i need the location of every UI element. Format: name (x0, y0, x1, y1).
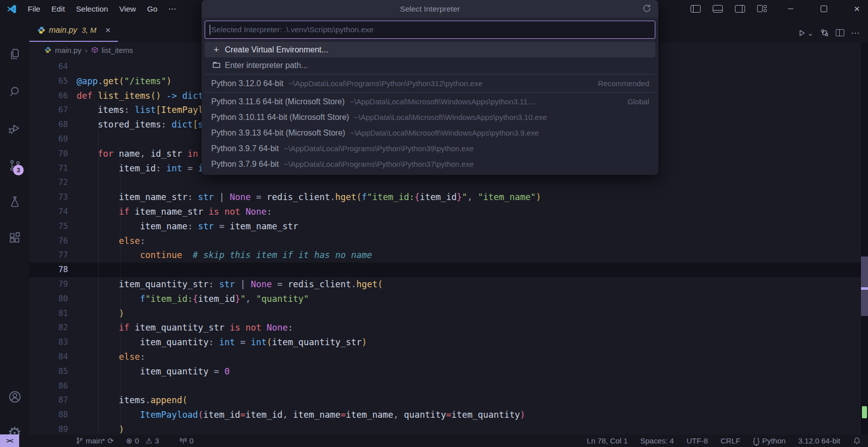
close-button[interactable]: ✕ (846, 0, 868, 18)
explorer-icon[interactable] (7, 46, 22, 61)
interpreter-path: ~\AppData\Local\Microsoft\WindowsApps\py… (354, 113, 649, 121)
activity-bar: 3 ⚙ BR (0, 18, 29, 434)
line-number: 79 (29, 277, 68, 292)
remote-indicator[interactable]: >< (0, 434, 19, 447)
refresh-icon[interactable] (642, 4, 652, 14)
python-file-icon (37, 26, 45, 34)
code-line[interactable]: item_quantity: int = int(item_quantity_s… (77, 335, 541, 350)
code-line[interactable]: ItemPayload(item_id=item_id, item_name=i… (77, 408, 541, 422)
code-line[interactable] (77, 379, 541, 394)
layout-sidebar-left-icon[interactable] (685, 0, 707, 18)
breadcrumb-file[interactable]: main.py (55, 46, 82, 54)
branch-status[interactable]: main* ⟳ (76, 436, 114, 445)
encoding-status[interactable]: UTF-8 (687, 436, 708, 445)
symbol-cube-icon (91, 46, 98, 53)
tab-close-icon[interactable]: ✕ (105, 26, 111, 34)
line-number: 65 (29, 74, 68, 89)
code-line[interactable]: continue # skip this item if it has no n… (77, 248, 541, 263)
quickpick-item[interactable]: Python 3.9.13 64-bit (Microsoft Store)~\… (205, 125, 655, 141)
branch-name: main* (86, 436, 105, 445)
interpreter-path: ~\AppData\Local\Microsoft\WindowsApps\py… (350, 97, 622, 106)
quickpick-item[interactable]: Python 3.10.11 64-bit (Microsoft Store)~… (205, 109, 655, 125)
line-number: 83 (29, 335, 68, 350)
quickpick-item[interactable]: +Create Virtual Environment... (205, 42, 655, 57)
quickpick-item[interactable]: Python 3.12.0 64-bit~\AppData\Local\Prog… (205, 76, 655, 91)
tab-modified-badge: 3, M (82, 26, 96, 34)
code-line[interactable]: if item_quantity_str is not None: (77, 321, 541, 335)
editor-scrollbar-track[interactable] (861, 42, 868, 434)
status-bar: >< main* ⟳ ⊗ 0 ⚠ 3 0 Ln 78, Col 1 Spaces… (0, 434, 868, 447)
open-changes-icon[interactable] (820, 28, 829, 37)
maximize-button[interactable] (813, 0, 835, 18)
interpreter-path: ~\AppData\Local\Programs\Python\Python37… (284, 160, 649, 168)
ports-status[interactable]: 0 (179, 436, 194, 445)
extensions-icon[interactable] (7, 230, 22, 245)
code-line[interactable]: if item_name_str is not None: (77, 205, 541, 219)
quickpick-item[interactable]: Python 3.11.6 64-bit (Microsoft Store)~\… (205, 94, 655, 109)
line-number: 75 (29, 219, 68, 234)
layout-sidebar-right-icon[interactable] (729, 0, 751, 18)
line-number: 78 (29, 263, 68, 277)
code-line[interactable]: item_quantity_str: str | None = redis_cl… (77, 277, 541, 292)
editor-gutter: 6465666768697071727374757677787980818283… (29, 59, 68, 437)
code-line[interactable]: ) (77, 306, 541, 321)
notifications-bell-icon[interactable] (853, 437, 861, 445)
quickpick-item-label: Enter interpreter path... (225, 61, 308, 70)
menu-view[interactable]: View (113, 0, 141, 18)
code-line[interactable]: item_name: str = item_name_str (77, 219, 541, 234)
quickpick-titlebar: Select Interpreter (202, 0, 658, 18)
split-editor-icon[interactable] (836, 29, 844, 36)
overview-ruler-cursor-marker (861, 287, 868, 290)
breadcrumb-symbol[interactable]: list_items (102, 46, 134, 54)
menu-selection[interactable]: Selection (71, 0, 114, 18)
menu-go[interactable]: Go (142, 0, 163, 18)
line-number: 73 (29, 190, 68, 205)
customize-layout-icon[interactable] (751, 0, 773, 18)
code-line[interactable]: f"item_id:{item_id}", "quantity" (77, 292, 541, 306)
account-icon[interactable] (7, 389, 22, 404)
code-line[interactable] (77, 175, 541, 190)
editor-more-actions-icon[interactable]: ⋯ (851, 28, 860, 38)
quickpick-item[interactable]: Python 3.9.7 64-bit~\AppData\Local\Progr… (205, 141, 655, 156)
line-number: 67 (29, 103, 68, 117)
warnings-count: 3 (155, 436, 159, 445)
interpreter-search-input[interactable] (205, 21, 655, 38)
line-number: 82 (29, 321, 68, 335)
menu-more-icon[interactable]: ⋯ (163, 4, 181, 14)
language-status-icon: { } (753, 437, 760, 445)
line-number: 77 (29, 248, 68, 263)
sync-icon[interactable]: ⟳ (107, 437, 114, 444)
testing-icon[interactable] (7, 194, 22, 209)
quickpick-item[interactable]: Enter interpreter path... (205, 57, 655, 73)
code-line[interactable]: else: (77, 234, 541, 248)
vscode-window: 6465666768697071727374757677787980818283… (0, 0, 868, 447)
python-interpreter-status[interactable]: 3.12.0 64-bit (798, 436, 840, 445)
interpreter-tag: Recommended (598, 79, 649, 88)
run-python-file-button[interactable]: ⌄ (797, 29, 814, 37)
indentation-status[interactable]: Spaces: 4 (640, 436, 674, 445)
code-line[interactable]: else: (77, 350, 541, 364)
menu-edit[interactable]: Edit (46, 0, 71, 18)
menu-file[interactable]: File (22, 0, 46, 18)
quickpick-body: +Create Virtual Environment...Enter inte… (202, 18, 658, 175)
code-line[interactable] (77, 263, 541, 277)
quickpick-item-label: Python 3.12.0 64-bit (211, 79, 283, 88)
run-debug-icon[interactable] (7, 121, 22, 136)
language-status[interactable]: { } Python (753, 436, 786, 445)
code-line[interactable]: items.append( (77, 393, 541, 408)
scrollbar-thumb[interactable] (861, 257, 868, 316)
layout-panel-icon[interactable] (707, 0, 729, 18)
overview-ruler-green-marker (862, 406, 867, 418)
chevron-down-icon[interactable]: ⌄ (807, 29, 814, 37)
tab-main-py[interactable]: main.py 3, M ✕ (29, 18, 118, 42)
code-line[interactable]: item_quantity = 0 (77, 364, 541, 379)
cursor-position-status[interactable]: Ln 78, Col 1 (587, 436, 628, 445)
active-tab-indicator (29, 41, 118, 42)
problems-status[interactable]: ⊗ 0 ⚠ 3 (126, 436, 159, 445)
code-line[interactable]: item_name_str: str | None = redis_client… (77, 190, 541, 205)
search-icon[interactable] (7, 84, 22, 99)
quickpick-item[interactable]: Python 3.7.9 64-bit~\AppData\Local\Progr… (205, 156, 655, 172)
line-number: 84 (29, 350, 68, 364)
minimize-button[interactable] (779, 0, 801, 18)
eol-status[interactable]: CRLF (720, 436, 740, 445)
